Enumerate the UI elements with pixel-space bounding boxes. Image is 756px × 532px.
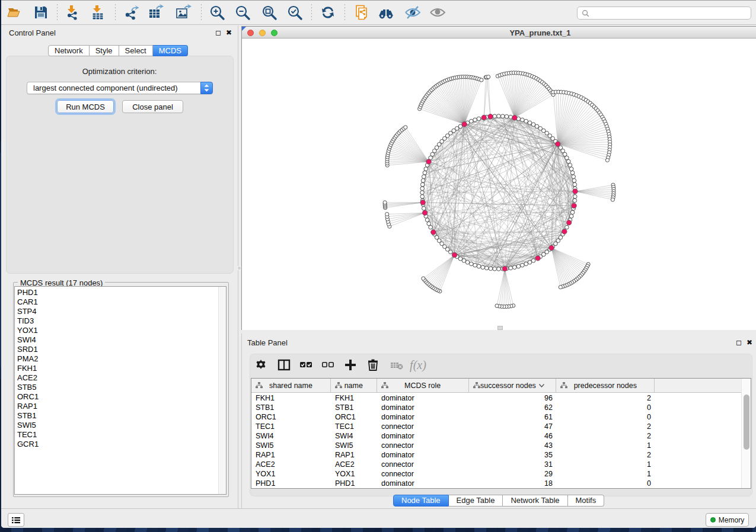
import-table-icon[interactable]	[90, 4, 106, 21]
mcds-result-list[interactable]: PHD1CAR1STP4TID3YOX1SWI4SRD1PMA2FKH1ACE2…	[14, 286, 227, 495]
mcds-result-item[interactable]: SWI5	[15, 421, 226, 430]
column-settings-gear-icon[interactable]	[254, 358, 268, 372]
network-node[interactable]	[524, 262, 528, 266]
network-hub-node[interactable]	[426, 159, 431, 164]
table-row[interactable]: FKH1FKH1dominator962	[251, 393, 751, 403]
table-row[interactable]: ACE2ACE2connector311	[251, 460, 751, 469]
network-hub-node[interactable]	[431, 230, 436, 235]
zoom-in-icon[interactable]	[209, 4, 225, 21]
tab-node-table[interactable]: Node Table	[393, 495, 449, 507]
network-node[interactable]	[565, 156, 569, 160]
network-node[interactable]	[573, 182, 577, 187]
show-columns-icon[interactable]	[277, 358, 291, 372]
network-node[interactable]	[420, 182, 425, 187]
add-column-icon[interactable]	[343, 358, 358, 372]
network-node[interactable]	[497, 114, 501, 118]
hide-eye-icon[interactable]	[404, 4, 421, 21]
mcds-result-item[interactable]: GCR1	[15, 440, 226, 449]
tab-mcds[interactable]: MCDS	[153, 45, 188, 56]
tab-motifs[interactable]: Motifs	[568, 495, 605, 507]
select-all-icon[interactable]	[299, 358, 313, 372]
network-node[interactable]	[572, 179, 576, 183]
network-node[interactable]	[424, 167, 428, 171]
network-hub-node[interactable]	[452, 252, 457, 257]
table-row[interactable]: TEC1TEC1connector472	[251, 422, 751, 431]
mcds-result-item[interactable]: CAR1	[15, 297, 226, 307]
table-row[interactable]: ORC1ORC1dominator610	[251, 412, 751, 422]
network-node[interactable]	[404, 126, 407, 129]
task-history-button[interactable]	[8, 513, 24, 527]
network-window-titlebar[interactable]: YPA_prune.txt_1	[242, 27, 756, 39]
mcds-result-item[interactable]: TID3	[15, 316, 226, 326]
mcds-result-item[interactable]: SWI4	[15, 335, 226, 345]
network-node[interactable]	[572, 175, 576, 179]
network-node[interactable]	[531, 259, 535, 263]
export-table-icon[interactable]	[148, 4, 164, 21]
close-panel-button[interactable]: Close panel	[122, 100, 183, 113]
network-hub-node[interactable]	[562, 229, 567, 234]
column-header-successor-nodes[interactable]: successor nodes	[469, 379, 557, 392]
network-node[interactable]	[480, 78, 483, 82]
network-node[interactable]	[477, 264, 481, 268]
network-node[interactable]	[570, 171, 575, 175]
network-hub-node[interactable]	[488, 114, 493, 119]
search-box[interactable]	[577, 7, 751, 20]
tab-edge-table[interactable]: Edge Table	[449, 495, 503, 507]
mcds-result-item[interactable]: PMA2	[15, 354, 226, 364]
zoom-fit-icon[interactable]	[261, 4, 277, 21]
network-hub-node[interactable]	[481, 115, 486, 120]
float-panel-icon[interactable]: ◻	[214, 28, 222, 37]
zoom-selected-icon[interactable]	[286, 4, 303, 21]
network-node[interactable]	[422, 207, 426, 211]
network-canvas[interactable]	[242, 39, 756, 330]
horizontal-splitter-handle[interactable]	[497, 326, 503, 330]
table-row[interactable]: PHD1PHD1dominator180	[251, 479, 751, 488]
tab-select[interactable]: Select	[119, 45, 153, 56]
run-mcds-button[interactable]: Run MCDS	[57, 100, 114, 113]
table-row[interactable]: RAP1RAP1dominator352	[251, 450, 751, 460]
network-node[interactable]	[513, 265, 517, 270]
mcds-result-item[interactable]: ACE2	[15, 373, 226, 383]
delete-column-icon[interactable]	[366, 358, 380, 372]
network-node[interactable]	[481, 265, 485, 270]
network-node[interactable]	[567, 159, 571, 164]
mcds-result-item[interactable]: ORC1	[15, 392, 226, 402]
network-node[interactable]	[509, 266, 513, 270]
network-node[interactable]	[528, 121, 532, 125]
network-node[interactable]	[487, 75, 490, 79]
table-row[interactable]: SWI4SWI4dominator462	[251, 431, 751, 441]
refresh-icon[interactable]	[320, 4, 336, 21]
network-node[interactable]	[573, 198, 577, 203]
network-nodes[interactable]	[383, 71, 615, 309]
table-row[interactable]: YOX1YOX1connector291	[251, 469, 751, 479]
network-node[interactable]	[473, 118, 477, 122]
zoom-out-icon[interactable]	[234, 4, 251, 21]
mcds-result-item[interactable]: FKH1	[15, 364, 226, 373]
mcds-result-item[interactable]: YOX1	[15, 326, 226, 335]
mcds-result-item[interactable]: RAP1	[15, 402, 226, 411]
mcds-result-item[interactable]: TEC1	[15, 430, 226, 440]
network-hub-node[interactable]	[556, 142, 560, 146]
network-node[interactable]	[420, 187, 425, 191]
table-row[interactable]: SWI5SWI5connector431	[251, 441, 751, 450]
network-node[interactable]	[422, 175, 426, 179]
network-hub-node[interactable]	[535, 256, 540, 261]
unselect-all-icon[interactable]	[321, 358, 335, 372]
export-image-icon[interactable]	[175, 4, 192, 21]
network-hub-node[interactable]	[549, 245, 554, 250]
column-header-MCDS-role[interactable]: MCDS role	[377, 379, 469, 392]
network-node[interactable]	[465, 261, 470, 265]
network-node[interactable]	[470, 262, 474, 266]
network-node[interactable]	[505, 114, 509, 118]
network-node[interactable]	[521, 263, 525, 267]
mcds-result-item[interactable]: STB5	[15, 383, 226, 392]
network-node[interactable]	[489, 267, 493, 271]
mcds-result-item[interactable]: SRD1	[15, 345, 226, 354]
network-hub-node[interactable]	[566, 220, 571, 225]
network-hub-node[interactable]	[502, 266, 507, 271]
network-node[interactable]	[429, 225, 433, 229]
tab-network[interactable]: Network	[48, 45, 90, 56]
search-input[interactable]	[589, 8, 751, 18]
network-node[interactable]	[605, 158, 609, 162]
close-panel-icon[interactable]: ✖	[225, 28, 233, 37]
